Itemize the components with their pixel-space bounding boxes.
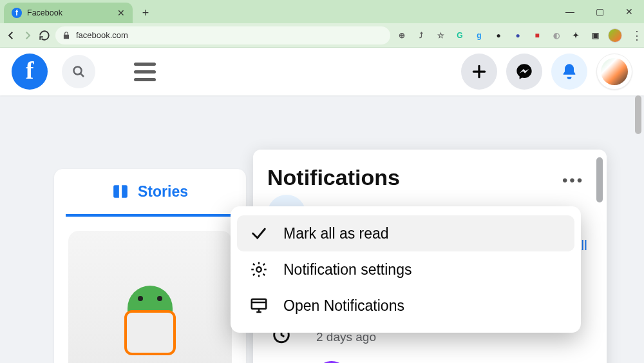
ext-dark-icon[interactable]: ● — [492, 29, 505, 42]
svg-point-3 — [256, 267, 261, 271]
menu-label: Notification settings — [283, 261, 412, 279]
search-button[interactable] — [62, 55, 95, 88]
tab-title: Facebook — [27, 8, 112, 17]
page-viewport: f Stories — [0, 48, 644, 363]
monitor-icon — [249, 295, 269, 316]
facebook-header: f — [0, 48, 644, 95]
window-controls: — ▢ ✕ — [555, 0, 644, 23]
browser-titlebar: f Facebook ✕ + — ▢ ✕ — [0, 0, 644, 23]
forward-button[interactable] — [22, 27, 33, 44]
lock-icon — [62, 31, 71, 40]
ext-au-icon[interactable]: ● — [511, 29, 524, 42]
story-avatar-image — [115, 279, 185, 363]
menu-open-notifications[interactable]: Open Notifications — [237, 288, 574, 324]
tab-close-icon[interactable]: ✕ — [117, 8, 125, 18]
window-minimize[interactable]: — — [555, 0, 585, 23]
stories-icon — [112, 183, 129, 200]
menu-label: Open Notifications — [283, 297, 404, 315]
bookmark-icon[interactable]: ☆ — [434, 29, 447, 42]
menu-label: Mark all as read — [283, 225, 389, 242]
menu-notification-settings[interactable]: Notification settings — [237, 251, 574, 288]
back-button[interactable] — [5, 27, 17, 44]
page-scrollbar[interactable] — [634, 95, 643, 363]
reload-button[interactable] — [39, 27, 50, 44]
header-actions — [461, 54, 632, 90]
menu-icon[interactable] — [134, 63, 156, 81]
create-button[interactable] — [461, 54, 497, 90]
chrome-profile-avatar[interactable] — [608, 28, 622, 43]
url-text: facebook.com — [76, 30, 128, 40]
create-story-tile[interactable] — [68, 231, 232, 363]
stories-tab[interactable]: Stories — [66, 169, 234, 217]
address-bar[interactable]: facebook.com — [55, 26, 390, 44]
ext-grey-icon[interactable]: ◐ — [550, 29, 563, 42]
stories-label: Stories — [138, 183, 188, 201]
notifications-button[interactable] — [551, 54, 587, 90]
profile-button[interactable] — [596, 54, 632, 90]
share-icon[interactable]: ⤴ — [415, 29, 428, 42]
ext-blue-icon[interactable]: g — [473, 29, 486, 42]
puzzle-icon[interactable]: ✦ — [569, 29, 582, 42]
toolbar-right: ⊕⤴☆Gg●●■◐✦▣⋮ — [395, 28, 644, 43]
window-close[interactable]: ✕ — [614, 0, 644, 23]
notifications-more-button[interactable]: ••• — [559, 166, 587, 195]
svg-rect-4 — [252, 299, 267, 309]
notifications-title: Notifications — [267, 165, 592, 190]
ext-red-icon[interactable]: ■ — [531, 29, 544, 42]
gear-icon — [249, 259, 269, 280]
menu-mark-all-read[interactable]: Mark all as read — [237, 215, 574, 251]
chrome-menu-icon[interactable]: ⋮ — [629, 28, 644, 43]
browser-toolbar: facebook.com ⊕⤴☆Gg●●■◐✦▣⋮ — [0, 23, 644, 48]
scrollbar-thumb[interactable] — [635, 95, 641, 134]
check-icon — [249, 223, 269, 244]
svg-point-0 — [74, 67, 82, 75]
new-tab-button[interactable]: + — [137, 4, 155, 22]
panel-scrollbar[interactable] — [596, 157, 603, 202]
zoom-icon[interactable]: ⊕ — [395, 29, 408, 42]
facebook-favicon: f — [12, 8, 22, 18]
messenger-button[interactable] — [506, 54, 542, 90]
grammarly-icon[interactable]: G — [453, 29, 466, 42]
stories-card: Stories — [54, 169, 246, 363]
panel-icon[interactable]: ▣ — [589, 29, 601, 42]
browser-tab[interactable]: f Facebook ✕ — [4, 3, 133, 23]
notifications-context-menu: Mark all as read Notification settings O… — [231, 206, 581, 333]
facebook-logo[interactable]: f — [12, 54, 48, 90]
window-maximize[interactable]: ▢ — [585, 0, 614, 23]
